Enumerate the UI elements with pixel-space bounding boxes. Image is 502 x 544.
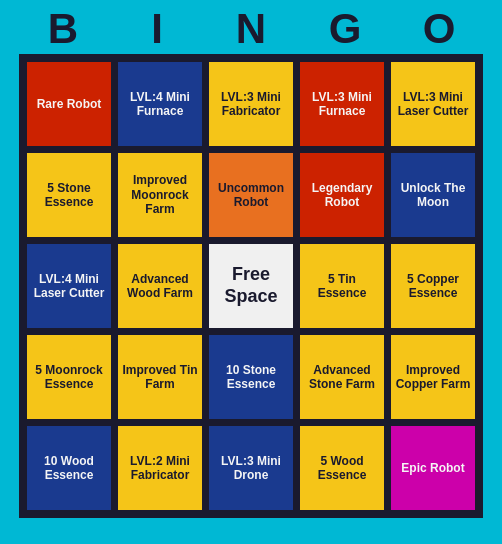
letter-o: O [396, 8, 482, 50]
cell-21: LVL:2 Mini Fabricator [116, 424, 204, 512]
cell-2: LVL:3 Mini Fabricator [207, 60, 295, 148]
cell-14: 5 Copper Essence [389, 242, 477, 330]
cell-12: Free Space [207, 242, 295, 330]
cell-13: 5 Tin Essence [298, 242, 386, 330]
cell-6: Improved Moonrock Farm [116, 151, 204, 239]
cell-5: 5 Stone Essence [25, 151, 113, 239]
cell-3: LVL:3 Mini Furnace [298, 60, 386, 148]
bingo-header: B I N G O [16, 0, 486, 54]
cell-16: Improved Tin Farm [116, 333, 204, 421]
cell-19: Improved Copper Farm [389, 333, 477, 421]
letter-n: N [208, 8, 294, 50]
cell-0: Rare Robot [25, 60, 113, 148]
letter-i: I [114, 8, 200, 50]
cell-20: 10 Wood Essence [25, 424, 113, 512]
cell-23: 5 Wood Essence [298, 424, 386, 512]
cell-11: Advanced Wood Farm [116, 242, 204, 330]
cell-22: LVL:3 Mini Drone [207, 424, 295, 512]
cell-8: Legendary Robot [298, 151, 386, 239]
cell-10: LVL:4 Mini Laser Cutter [25, 242, 113, 330]
cell-4: LVL:3 Mini Laser Cutter [389, 60, 477, 148]
cell-24: Epic Robot [389, 424, 477, 512]
cell-18: Advanced Stone Farm [298, 333, 386, 421]
cell-1: LVL:4 Mini Furnace [116, 60, 204, 148]
cell-17: 10 Stone Essence [207, 333, 295, 421]
bingo-grid: Rare RobotLVL:4 Mini FurnaceLVL:3 Mini F… [19, 54, 483, 518]
letter-g: G [302, 8, 388, 50]
cell-7: Uncommon Robot [207, 151, 295, 239]
letter-b: B [20, 8, 106, 50]
cell-15: 5 Moonrock Essence [25, 333, 113, 421]
cell-9: Unlock The Moon [389, 151, 477, 239]
